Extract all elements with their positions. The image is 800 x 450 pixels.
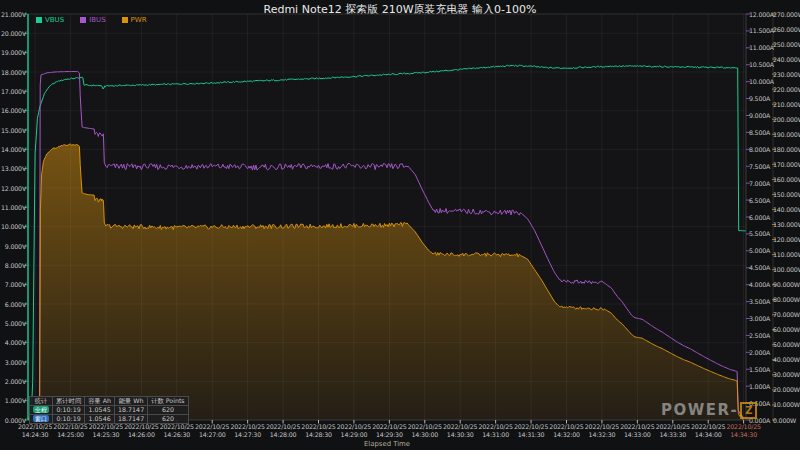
power-axis-label: 140.000W [773, 206, 800, 213]
power-z-chart-window: Redmi Note12 探索版 210W原装充电器 输入0-100% VBUS… [0, 0, 800, 450]
power-axis-label: 130.000W [773, 221, 800, 228]
power-axis-label: 70.000W [773, 311, 800, 318]
current-axis-label: 4.000A [749, 281, 770, 288]
power-axis-label: 260.000W [773, 26, 800, 33]
stats-table: 统计 累计时间 容量 Ah 能量 Wh 计数 Points 全程 0:10:19… [29, 396, 189, 424]
current-axis-label: 1.500A [749, 366, 770, 373]
legend-label-vbus: VBUS [45, 16, 64, 24]
current-axis-label: 3.500A [749, 298, 770, 305]
current-axis-label: 3.000A [749, 315, 770, 322]
power-axis-label: 90.000W [773, 281, 800, 288]
current-axis-label: 12.000A [749, 11, 774, 18]
current-axis-label: 11.500A [749, 27, 774, 34]
voltage-axis-label: 9.000V [0, 243, 26, 250]
pwr-swatch-icon [122, 17, 128, 23]
ibus-swatch-icon [80, 17, 86, 23]
stats-row-label: 全程 [30, 406, 53, 415]
stats-cell: 18.7147 [115, 406, 148, 415]
power-axis-label: 170.000W [773, 161, 800, 168]
voltage-axis-label: 7.000V [0, 281, 26, 288]
powerz-watermark: POWER- Z [661, 401, 757, 419]
power-axis-label: 120.000W [773, 236, 800, 243]
stats-cell: 18.7147 [115, 415, 148, 424]
full-range-badge: 全程 [33, 406, 49, 413]
current-axis-label: 9.000A [749, 112, 770, 119]
powerz-logo-icon: Z [740, 402, 757, 419]
voltage-axis-label: 3.000V [0, 359, 26, 366]
voltage-axis-label: 15.000V [0, 127, 26, 134]
current-axis-label: 5.500A [749, 230, 770, 237]
voltage-axis-label: 17.000V [0, 88, 26, 95]
window-badge: 窗口 [33, 415, 49, 422]
current-axis-label: 7.500A [749, 163, 770, 170]
power-axis-label: 150.000W [773, 191, 800, 198]
voltage-axis-label: 18.000V [0, 69, 26, 76]
current-axis-label: 6.000A [749, 214, 770, 221]
power-axis-label: 50.000W [773, 341, 800, 348]
power-axis-label: 190.000W [773, 131, 800, 138]
current-axis-label: 2.500A [749, 332, 770, 339]
voltage-axis-label: 20.000V [0, 30, 26, 37]
legend-item-ibus[interactable]: IBUS [80, 16, 105, 24]
stats-header: 统计 [30, 397, 53, 406]
x-axis-title: Elapsed Time [28, 440, 746, 448]
voltage-axis-label: 11.000V [0, 204, 26, 211]
power-axis-label: 80.000W [773, 296, 800, 303]
voltage-axis-label: 13.000V [0, 165, 26, 172]
power-axis-label: 240.000W [773, 56, 800, 63]
power-axis-label: 230.000W [773, 71, 800, 78]
stats-cell: 1.0546 [85, 415, 115, 424]
voltage-axis-label: 12.000V [0, 185, 26, 192]
stats-header: 计数 Points [148, 397, 189, 406]
stats-header: 能量 Wh [115, 397, 148, 406]
stats-row-window: 窗口 0:10:19 1.0546 18.7147 620 [30, 415, 189, 424]
stats-cell: 1.0545 [85, 406, 115, 415]
legend-label-ibus: IBUS [89, 16, 105, 24]
power-axis-label: 220.000W [773, 86, 800, 93]
x-tick-label: 2022/10/2514:34:30 [721, 423, 767, 438]
current-axis-label: 9.500A [749, 95, 770, 102]
voltage-axis-label: 10.000V [0, 223, 26, 230]
current-axis-label: 5.000A [749, 247, 770, 254]
power-axis-label: 0.000W [773, 417, 796, 424]
stats-header: 累计时间 [53, 397, 85, 406]
voltage-axis-label: 1.000V [0, 397, 26, 404]
stats-cell: 620 [148, 406, 189, 415]
legend-item-pwr[interactable]: PWR [122, 16, 147, 24]
power-axis-label: 110.000W [773, 251, 800, 258]
voltage-axis-label: 19.000V [0, 49, 26, 56]
voltage-axis-label: 5.000V [0, 320, 26, 327]
current-axis-label: 6.500A [749, 197, 770, 204]
voltage-axis-label: 16.000V [0, 107, 26, 114]
power-axis-label: 250.000W [773, 41, 800, 48]
voltage-axis-label: 8.000V [0, 262, 26, 269]
voltage-axis-label: 4.000V [0, 339, 26, 346]
power-axis-label: 200.000W [773, 116, 800, 123]
stats-cell: 0:10:19 [53, 406, 85, 415]
power-axis-label: 160.000W [773, 176, 800, 183]
current-axis-label: 11.000A [749, 44, 774, 51]
voltage-axis-label: 21.000V [0, 11, 26, 18]
current-axis-label: 8.000A [749, 146, 770, 153]
current-axis-label: 8.500A [749, 129, 770, 136]
power-axis-label: 20.000W [773, 386, 800, 393]
power-axis-label: 180.000W [773, 146, 800, 153]
current-axis-label: 4.500A [749, 264, 770, 271]
chart-legend: VBUS IBUS PWR [36, 16, 147, 24]
stats-row-full: 全程 0:10:19 1.0545 18.7147 620 [30, 406, 189, 415]
power-axis-label: 60.000W [773, 326, 800, 333]
legend-item-vbus[interactable]: VBUS [36, 16, 64, 24]
power-axis-label: 210.000W [773, 101, 800, 108]
power-axis-label: 40.000W [773, 356, 800, 363]
power-axis-label: 270.000W [773, 11, 800, 18]
current-axis-label: 10.000A [749, 78, 774, 85]
power-axis-label: 30.000W [773, 371, 800, 378]
stats-row-label: 窗口 [30, 415, 53, 424]
voltage-axis-label: 2.000V [0, 378, 26, 385]
current-axis-label: 2.000A [749, 349, 770, 356]
stats-cell: 620 [148, 415, 189, 424]
current-axis-label: 10.500A [749, 61, 774, 68]
voltage-axis-label: 6.000V [0, 301, 26, 308]
stats-header-row: 统计 累计时间 容量 Ah 能量 Wh 计数 Points [30, 397, 189, 406]
vbus-swatch-icon [36, 17, 42, 23]
